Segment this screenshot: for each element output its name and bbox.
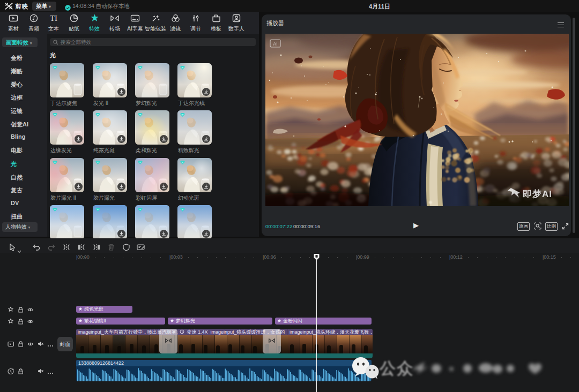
svg-text:即梦AI: 即梦AI (523, 189, 552, 199)
svg-text:AI: AI (273, 41, 278, 47)
svg-text:TI: TI (50, 14, 57, 22)
